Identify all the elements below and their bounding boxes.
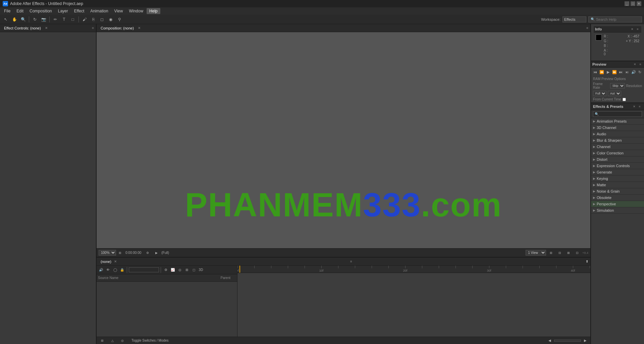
- timeline-graph-btn[interactable]: 📈: [170, 267, 176, 273]
- timeline-close[interactable]: ✕: [114, 260, 117, 263]
- comp-view-btn1[interactable]: ⊞: [547, 249, 555, 257]
- timeline-lock-btn[interactable]: 🔒: [119, 267, 125, 273]
- toolbar-shape-tool[interactable]: □: [69, 16, 76, 23]
- preview-res-select[interactable]: Full Half: [593, 91, 606, 96]
- menu-file[interactable]: File: [1, 8, 13, 14]
- comp-view-btn4[interactable]: ⊡: [574, 249, 581, 257]
- preview-size-select[interactable]: Auto: [608, 91, 621, 96]
- composition-menu[interactable]: ≡: [586, 26, 588, 30]
- preview-framerate-select[interactable]: Skip All: [610, 83, 625, 88]
- workspace-dropdown[interactable]: Effects Standard All Panels: [562, 16, 586, 22]
- toolbar-zoom-tool[interactable]: 🔍: [19, 16, 27, 23]
- comp-fit-button[interactable]: ⊞: [117, 250, 123, 256]
- timeline-frame-blend-btn[interactable]: ⊞: [184, 267, 190, 273]
- timeline-render-btn[interactable]: ⚙: [163, 267, 169, 273]
- preview-prev-btn[interactable]: ⏪: [599, 69, 604, 75]
- timeline-expand-icon[interactable]: ⬆: [586, 260, 588, 263]
- preview-loop-btn[interactable]: ↻: [637, 69, 643, 75]
- effect-category-channel[interactable]: ▶ Channel: [591, 144, 644, 150]
- menu-layer[interactable]: Layer: [55, 8, 71, 14]
- view-dropdown[interactable]: 1 View 2 Views: [526, 250, 546, 256]
- zoom-dropdown[interactable]: 100% 50% 200%: [99, 250, 116, 256]
- status-icon3[interactable]: ◎: [119, 337, 126, 344]
- timeline-solo-btn[interactable]: ◯: [112, 267, 118, 273]
- composition-close[interactable]: ✕: [138, 26, 141, 30]
- status-icon2[interactable]: △: [109, 337, 116, 344]
- toolbar-camera-tool[interactable]: 📷: [40, 16, 47, 23]
- timeline-motion-blur-btn[interactable]: ◎: [177, 267, 183, 273]
- maximize-button[interactable]: □: [631, 1, 635, 6]
- effect-category-generate[interactable]: ▶ Generate: [591, 169, 644, 176]
- effect-category-distort[interactable]: ▶ Distort: [591, 156, 644, 163]
- comp-view-btn3[interactable]: ⊠: [565, 249, 572, 257]
- comp-settings-btn[interactable]: ⚙: [144, 249, 151, 257]
- close-button[interactable]: ✕: [637, 1, 641, 6]
- effect-controls-close[interactable]: ✕: [45, 26, 48, 30]
- timeline-scroll-left[interactable]: ◀: [547, 338, 553, 344]
- window-controls[interactable]: _ □ ✕: [625, 1, 641, 6]
- effect-category-simulation[interactable]: ▶ Simulation: [591, 207, 644, 214]
- toolbar-pen-tool[interactable]: ✏: [52, 16, 59, 23]
- effect-category-animation-presets[interactable]: ▶ Animation Presets: [591, 118, 644, 125]
- effect-controls-tab[interactable]: Effect Controls: (none): [2, 25, 43, 31]
- menu-window[interactable]: Window: [126, 8, 146, 14]
- color-swatch[interactable]: [596, 35, 602, 41]
- minimize-button[interactable]: _: [625, 1, 629, 6]
- timeline-scroll-bar[interactable]: [554, 340, 581, 342]
- timeline-tab[interactable]: (none): [99, 259, 113, 264]
- timeline-video-btn[interactable]: 👁: [105, 267, 111, 273]
- preview-from-checkbox[interactable]: [623, 98, 626, 101]
- effect-category-expression-controls[interactable]: ▶ Expression Controls: [591, 163, 644, 169]
- search-help-box[interactable]: 🔍: [588, 16, 642, 22]
- timeline-scroll-right[interactable]: ▶: [582, 338, 588, 344]
- effect-category-blur-&-sharpen[interactable]: ▶ Blur & Sharpen: [591, 137, 644, 144]
- info-close-icon[interactable]: ✕: [630, 27, 635, 31]
- timeline-draft-btn[interactable]: ◻: [191, 267, 197, 273]
- search-timeline-input[interactable]: [129, 267, 159, 272]
- preview-next-btn[interactable]: ⏩: [611, 69, 617, 75]
- status-icon1[interactable]: ⊞: [99, 337, 106, 344]
- effect-category-3d-channel[interactable]: ▶ 3D Channel: [591, 125, 644, 131]
- preview-first-btn[interactable]: ⏮: [592, 69, 598, 75]
- toolbar-hand-tool[interactable]: ✋: [11, 16, 18, 23]
- effects-close-icon[interactable]: ✕: [632, 104, 637, 109]
- preview-play-btn[interactable]: ▶: [605, 69, 611, 75]
- timeline-audio-btn[interactable]: 🔊: [98, 267, 104, 273]
- menu-effect[interactable]: Effect: [71, 8, 87, 14]
- preview-menu-icon[interactable]: ≡: [638, 62, 643, 67]
- preview-last-btn[interactable]: ⏭: [618, 69, 624, 75]
- effect-category-color-correction[interactable]: ▶ Color Correction: [591, 150, 644, 156]
- effects-menu-icon[interactable]: ≡: [637, 104, 642, 109]
- effect-category-perspective[interactable]: ▶ Perspective: [591, 201, 644, 207]
- toggle-switches-btn[interactable]: Toggle Switches / Modes: [129, 338, 171, 343]
- toolbar-clone-tool[interactable]: ⎘: [90, 16, 97, 23]
- toolbar-puppet-tool[interactable]: ⚲: [116, 16, 123, 23]
- preview-ram-btn[interactable]: ⏯: [624, 69, 630, 75]
- preview-audio-btn[interactable]: 🔊: [631, 69, 636, 75]
- menu-composition[interactable]: Composition: [27, 8, 55, 14]
- menu-view[interactable]: View: [112, 8, 126, 14]
- toolbar-select-tool[interactable]: ↖: [2, 16, 9, 23]
- search-help-input[interactable]: [596, 17, 640, 21]
- effects-search-input[interactable]: [593, 111, 642, 117]
- toolbar-brush-tool[interactable]: 🖌: [81, 16, 88, 23]
- preview-close-icon[interactable]: ✕: [633, 62, 637, 67]
- menu-edit[interactable]: Edit: [14, 8, 26, 14]
- toolbar-eraser-tool[interactable]: ◻: [98, 16, 106, 23]
- menu-animation[interactable]: Animation: [88, 8, 111, 14]
- comp-view-btn2[interactable]: ⊟: [556, 249, 564, 257]
- toolbar-roto-tool[interactable]: ◉: [107, 16, 114, 23]
- timeline-3d-btn[interactable]: 3D: [198, 267, 204, 273]
- timeline-menu[interactable]: ≡: [350, 260, 352, 263]
- effect-category-audio[interactable]: ▶ Audio: [591, 131, 644, 137]
- toolbar-rotate-tool[interactable]: ↻: [31, 16, 39, 23]
- toolbar-text-tool[interactable]: T: [60, 16, 68, 23]
- info-menu-icon[interactable]: ≡: [635, 27, 640, 31]
- effect-category-obsolete[interactable]: ▶ Obsolete: [591, 195, 644, 201]
- effect-category-matte[interactable]: ▶ Matte: [591, 182, 644, 188]
- comp-render-btn[interactable]: ▶: [153, 249, 160, 257]
- effect-controls-menu[interactable]: ≡: [92, 26, 94, 30]
- menu-help[interactable]: Help: [147, 8, 160, 14]
- composition-tab[interactable]: Composition: (none): [99, 25, 136, 31]
- effect-category-noise-&-grain[interactable]: ▶ Noise & Grain: [591, 188, 644, 195]
